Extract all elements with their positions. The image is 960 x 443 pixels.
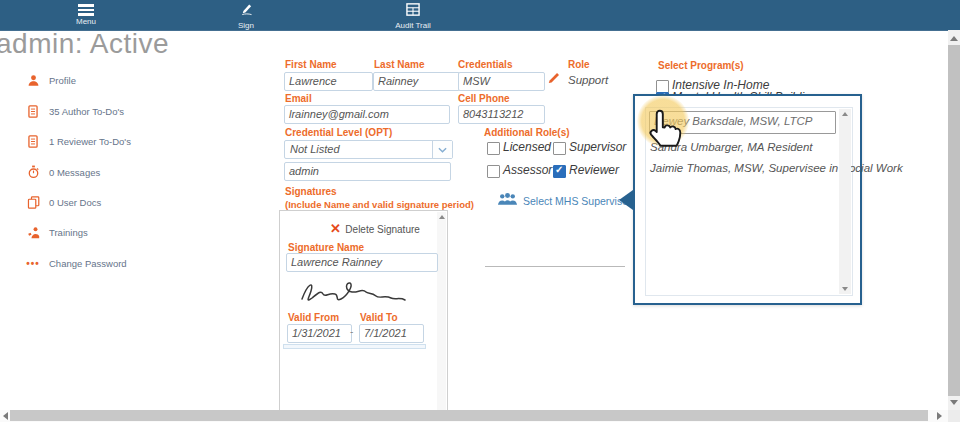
audit-table-icon: [406, 2, 420, 19]
sidebar-item-label: 0 User Docs: [49, 197, 101, 208]
scroll-left-button[interactable]: [0, 410, 10, 422]
signature-name-field[interactable]: Lawrence Rainney: [286, 253, 438, 272]
sidebar-item-author-todos[interactable]: 35 Author To-Do's: [26, 104, 124, 118]
signature-pad-bar: [283, 344, 426, 349]
sidebar-item-user-docs[interactable]: 0 User Docs: [26, 195, 101, 209]
first-name-field[interactable]: Lawrence: [284, 72, 373, 91]
email-field[interactable]: lrainney@gmail.com: [284, 105, 450, 124]
edit-role-pencil-icon[interactable]: [547, 71, 561, 89]
valid-to-field[interactable]: 7/1/2021: [359, 324, 424, 343]
popup-scrollbar[interactable]: [839, 109, 851, 294]
todo-list-icon: [26, 104, 40, 118]
valid-from-field[interactable]: 1/31/2021: [287, 324, 352, 343]
role-value: Support: [568, 74, 608, 86]
sidebar-item-label: 0 Messages: [49, 167, 100, 178]
sidebar-item-label: 35 Author To-Do's: [49, 106, 124, 117]
last-name-label: Last Name: [374, 59, 425, 70]
app-screen: Menu Sign Audit Trail admin: Active Prof…: [0, 0, 960, 443]
last-name-field[interactable]: Rainney: [373, 72, 460, 91]
credential-level-value: Not Listed: [290, 143, 340, 155]
cell-phone-field[interactable]: 8043113212: [458, 105, 545, 124]
select-mhs-supervisor-link[interactable]: Select MHS Supervisor: [523, 195, 632, 207]
scroll-down-button[interactable]: [948, 396, 960, 408]
licensed-label: Licensed: [503, 140, 551, 154]
supervisor-checkbox[interactable]: [553, 142, 566, 155]
scroll-up-icon[interactable]: [842, 112, 848, 116]
sidebar-item-label: 1 Reviewer To-Do's: [49, 136, 131, 147]
supervisor-label: Supervisor: [569, 140, 626, 154]
sidebar-item-messages[interactable]: 0 Messages: [26, 165, 100, 179]
credentials-label: Credentials: [458, 59, 512, 70]
audit-trail-label: Audit Trail: [385, 21, 441, 30]
scroll-up-icon[interactable]: [439, 215, 445, 219]
vertical-scroll-thumb[interactable]: [948, 45, 960, 396]
select-programs-label: Select Program(s): [658, 60, 744, 71]
reviewer-checkbox[interactable]: [553, 165, 566, 178]
additional-roles-label: Additional Role(s): [484, 127, 570, 138]
cell-phone-label: Cell Phone: [458, 93, 510, 104]
sign-button[interactable]: Sign: [226, 2, 266, 28]
first-name-label: First Name: [285, 59, 337, 70]
delete-signature-label: Delete Signature: [345, 224, 420, 235]
sidebar-item-label: Profile: [49, 75, 76, 86]
assessor-label: Assessor: [503, 163, 552, 177]
credentials-field[interactable]: MSW: [458, 72, 545, 91]
signatures-scrollbar[interactable]: [437, 212, 446, 410]
documents-icon: [26, 195, 40, 209]
menu-icon: [66, 4, 106, 16]
assessor-checkbox[interactable]: [487, 165, 500, 178]
sidebar-item-profile[interactable]: Profile: [26, 73, 76, 87]
horizontal-scrollbar[interactable]: [0, 410, 948, 422]
sidebar-item-label: Change Password: [49, 258, 127, 269]
signatures-label: Signatures: [285, 186, 337, 197]
sidebar-item-change-password[interactable]: ••• Change Password: [26, 256, 127, 270]
divider-line: [485, 266, 625, 267]
licensed-checkbox[interactable]: [487, 142, 500, 155]
sidebar-item-reviewer-todos[interactable]: 1 Reviewer To-Do's: [26, 134, 131, 148]
popup-callout-arrow: [619, 190, 633, 210]
reviewer-label: Reviewer: [569, 163, 619, 177]
sidebar-item-trainings[interactable]: Trainings: [26, 225, 88, 239]
admin-field[interactable]: admin: [284, 162, 451, 181]
toolbar: Menu Sign Audit Trail: [0, 0, 960, 31]
sign-pen-icon: [239, 2, 254, 19]
sidebar-item-label: Trainings: [49, 227, 88, 238]
menu-button[interactable]: Menu: [66, 2, 106, 28]
hand-cursor-icon: [645, 107, 683, 159]
scroll-down-icon[interactable]: [842, 287, 848, 291]
delete-x-icon: ✕: [330, 221, 341, 236]
signature-image: [294, 273, 414, 311]
email-label: Email: [285, 93, 312, 104]
signatures-note: (Include Name and valid signature period…: [285, 199, 474, 210]
chevron-down-icon[interactable]: [432, 141, 452, 158]
audit-trail-button[interactable]: Audit Trail: [385, 2, 441, 28]
scroll-right-button[interactable]: [934, 410, 944, 422]
role-label: Role: [568, 59, 590, 70]
scrollbar-corner: [948, 410, 960, 422]
date-range-separator: -: [350, 326, 353, 337]
delete-signature-button[interactable]: ✕ Delete Signature: [330, 219, 420, 237]
valid-to-label: Valid To: [360, 312, 398, 323]
page-title: admin: Active: [0, 28, 169, 60]
scroll-up-button[interactable]: [948, 32, 960, 44]
todo-list-icon: [26, 134, 40, 148]
people-group-icon[interactable]: [497, 192, 518, 210]
training-icon: [26, 225, 40, 239]
person-icon: [26, 73, 40, 87]
credential-level-dropdown[interactable]: Not Listed: [284, 140, 453, 159]
stopwatch-icon: [26, 165, 40, 179]
valid-from-label: Valid From: [288, 312, 339, 323]
signature-name-label: Signature Name: [288, 242, 364, 253]
menu-label: Menu: [66, 17, 106, 26]
horizontal-scroll-thumb[interactable]: [10, 410, 928, 421]
credential-level-label: Credential Level (OPT): [285, 127, 392, 138]
dots-icon: •••: [26, 256, 40, 270]
vertical-scrollbar[interactable]: [948, 30, 960, 410]
supervisor-option[interactable]: Jaimie Thomas, MSW, Supervisee in Social…: [650, 162, 903, 174]
sign-label: Sign: [226, 21, 266, 30]
